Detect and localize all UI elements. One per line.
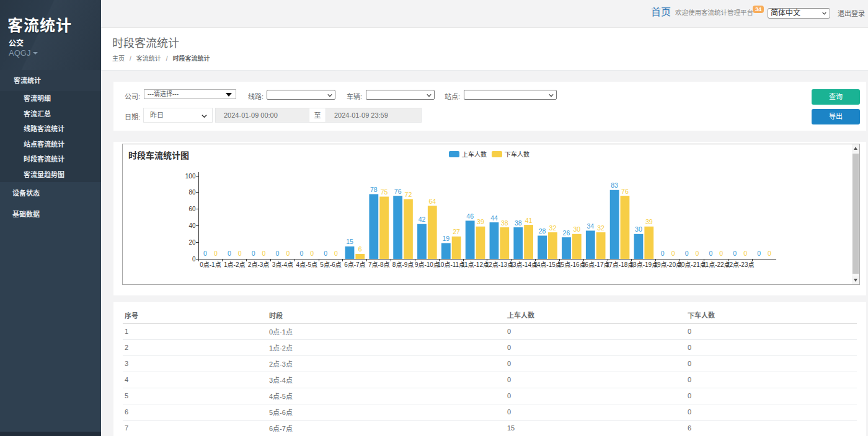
svg-text:0: 0 bbox=[228, 250, 231, 257]
svg-text:0: 0 bbox=[310, 250, 314, 257]
svg-text:32: 32 bbox=[597, 224, 604, 232]
svg-text:42: 42 bbox=[418, 216, 426, 223]
svg-text:0: 0 bbox=[203, 250, 207, 257]
svg-text:0点-1点: 0点-1点 bbox=[200, 261, 221, 268]
svg-text:0: 0 bbox=[709, 250, 713, 257]
svg-text:0: 0 bbox=[214, 250, 218, 257]
svg-text:60: 60 bbox=[188, 206, 196, 212]
svg-text:4点-5点: 4点-5点 bbox=[296, 261, 317, 268]
svg-text:0: 0 bbox=[299, 250, 303, 257]
svg-text:39: 39 bbox=[645, 218, 653, 225]
svg-text:38: 38 bbox=[515, 219, 522, 227]
svg-text:0: 0 bbox=[695, 250, 699, 257]
svg-text:7点-8点: 7点-8点 bbox=[368, 261, 389, 268]
svg-text:76: 76 bbox=[394, 188, 402, 195]
svg-text:39: 39 bbox=[477, 218, 484, 225]
svg-text:32: 32 bbox=[549, 224, 557, 232]
svg-text:64: 64 bbox=[428, 198, 436, 205]
svg-text:0: 0 bbox=[661, 250, 665, 257]
svg-text:40: 40 bbox=[188, 222, 196, 229]
svg-text:3点-4点: 3点-4点 bbox=[272, 261, 293, 268]
svg-text:78: 78 bbox=[370, 186, 378, 193]
svg-text:0: 0 bbox=[768, 250, 771, 257]
svg-text:20: 20 bbox=[188, 239, 196, 246]
svg-text:0: 0 bbox=[286, 250, 290, 257]
svg-text:27: 27 bbox=[453, 228, 460, 235]
svg-text:0: 0 bbox=[733, 250, 737, 257]
svg-text:6: 6 bbox=[358, 245, 362, 253]
svg-text:0: 0 bbox=[324, 250, 327, 257]
svg-text:6点-7点: 6点-7点 bbox=[344, 261, 365, 268]
svg-text:0: 0 bbox=[334, 250, 338, 257]
svg-text:0: 0 bbox=[262, 250, 266, 257]
svg-text:1点-2点: 1点-2点 bbox=[224, 261, 245, 268]
svg-text:0: 0 bbox=[743, 250, 747, 257]
svg-text:0: 0 bbox=[276, 250, 280, 257]
svg-text:15: 15 bbox=[346, 238, 353, 245]
svg-text:0: 0 bbox=[252, 250, 255, 257]
svg-text:8点-9点: 8点-9点 bbox=[392, 261, 414, 268]
svg-text:38: 38 bbox=[501, 219, 508, 227]
svg-text:80: 80 bbox=[188, 189, 196, 196]
svg-text:30: 30 bbox=[635, 225, 642, 233]
svg-text:19: 19 bbox=[442, 235, 450, 242]
svg-text:100: 100 bbox=[185, 173, 196, 180]
svg-text:2点-3点: 2点-3点 bbox=[248, 261, 269, 268]
svg-text:0: 0 bbox=[685, 250, 689, 257]
svg-text:46: 46 bbox=[466, 212, 474, 220]
svg-text:5点-6点: 5点-6点 bbox=[320, 261, 341, 268]
svg-text:0: 0 bbox=[757, 250, 761, 257]
svg-text:30: 30 bbox=[573, 225, 580, 233]
svg-text:0: 0 bbox=[671, 250, 675, 257]
svg-text:75: 75 bbox=[381, 188, 388, 196]
svg-text:26: 26 bbox=[563, 229, 570, 237]
svg-text:44: 44 bbox=[490, 214, 498, 222]
svg-text:34: 34 bbox=[587, 222, 594, 230]
svg-text:0: 0 bbox=[719, 250, 723, 257]
svg-text:83: 83 bbox=[611, 181, 618, 189]
svg-text:0: 0 bbox=[192, 256, 196, 263]
svg-text:22点-23点: 22点-23点 bbox=[726, 261, 755, 268]
svg-text:41: 41 bbox=[525, 217, 533, 224]
svg-text:28: 28 bbox=[539, 227, 546, 235]
svg-text:72: 72 bbox=[405, 191, 412, 198]
svg-text:0: 0 bbox=[238, 250, 242, 257]
svg-text:76: 76 bbox=[621, 188, 629, 195]
svg-text:9点-10点: 9点-10点 bbox=[415, 261, 440, 268]
